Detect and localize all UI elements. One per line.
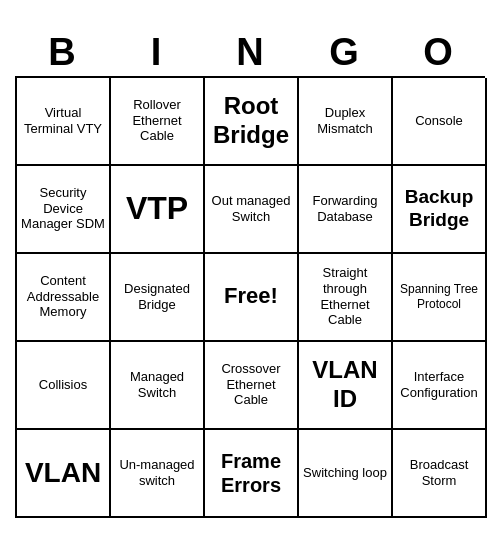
bingo-cell-7[interactable]: Out managed Switch (205, 166, 299, 254)
bingo-cell-21[interactable]: Un-managed switch (111, 430, 205, 518)
letter-i: I (112, 31, 200, 74)
bingo-cell-5[interactable]: Security Device Manager SDM (17, 166, 111, 254)
bingo-cell-23[interactable]: Switching loop (299, 430, 393, 518)
letter-g: G (300, 31, 388, 74)
letter-b: B (18, 31, 106, 74)
bingo-cell-6[interactable]: VTP (111, 166, 205, 254)
bingo-cell-14[interactable]: Spanning Tree Protocol (393, 254, 487, 342)
bingo-cell-17[interactable]: Crossover Ethernet Cable (205, 342, 299, 430)
bingo-cell-0[interactable]: Virtual Terminal VTY (17, 78, 111, 166)
bingo-cell-1[interactable]: Rollover Ethernet Cable (111, 78, 205, 166)
bingo-cell-10[interactable]: Content Addressable Memory (17, 254, 111, 342)
bingo-cell-8[interactable]: Forwarding Database (299, 166, 393, 254)
bingo-cell-20[interactable]: VLAN (17, 430, 111, 518)
bingo-cell-16[interactable]: Managed Switch (111, 342, 205, 430)
bingo-cell-3[interactable]: Duplex Mismatch (299, 78, 393, 166)
letter-o: O (394, 31, 482, 74)
bingo-header: B I N G O (15, 27, 485, 76)
bingo-cell-2[interactable]: Root Bridge (205, 78, 299, 166)
bingo-cell-13[interactable]: Straight through Ethernet Cable (299, 254, 393, 342)
bingo-cell-11[interactable]: Designated Bridge (111, 254, 205, 342)
bingo-cell-18[interactable]: VLAN ID (299, 342, 393, 430)
bingo-grid: Virtual Terminal VTYRollover Ethernet Ca… (15, 76, 485, 518)
letter-n: N (206, 31, 294, 74)
bingo-cell-22[interactable]: Frame Errors (205, 430, 299, 518)
bingo-cell-19[interactable]: Interface Configuration (393, 342, 487, 430)
bingo-cell-24[interactable]: Broadcast Storm (393, 430, 487, 518)
bingo-cell-9[interactable]: Backup Bridge (393, 166, 487, 254)
bingo-card: B I N G O Virtual Terminal VTYRollover E… (15, 27, 485, 518)
bingo-cell-12[interactable]: Free! (205, 254, 299, 342)
bingo-cell-4[interactable]: Console (393, 78, 487, 166)
bingo-cell-15[interactable]: Collisios (17, 342, 111, 430)
